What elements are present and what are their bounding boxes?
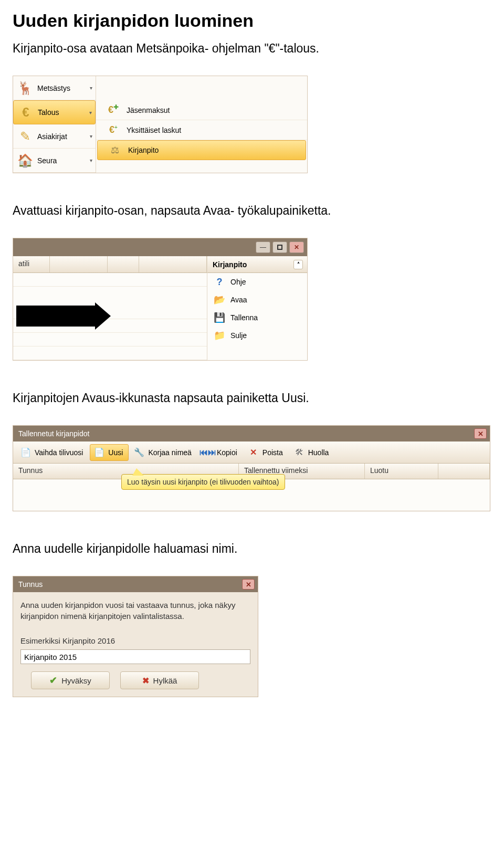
close-folder-icon: 📁 xyxy=(213,329,226,342)
screenshot-tunnus-dialog: Tunnus ✕ Anna uuden kirjanpidon vuosi ta… xyxy=(13,576,258,697)
dialog-example-text: Esimerkiksi Kirjanpito 2016 xyxy=(20,636,250,645)
euro-plus-icon: €+ xyxy=(104,123,122,137)
column-header: atili xyxy=(13,256,50,272)
submenu-item-kirjanpito[interactable]: ⚖ Kirjanpito xyxy=(97,140,306,160)
help-icon: ? xyxy=(213,275,226,289)
copy-icon: ⏮⏭ xyxy=(202,447,214,458)
nav-item-label: Talous xyxy=(38,108,89,117)
screenshot-tallennetut-kirjanpidot: Tallennetut kirjanpidot ✕ 📄 Vaihda tiliv… xyxy=(13,425,490,511)
side-panel-title: Kirjanpito xyxy=(213,260,247,269)
home-icon: 🏠 xyxy=(16,152,34,170)
screenshot-kirjanpito-panel: — ✕ atili Kirjanpito ˄ xyxy=(13,238,308,361)
panel-item-label: Sulje xyxy=(230,331,247,340)
nav-item-label: Asiakirjat xyxy=(37,132,90,141)
tunnus-input[interactable] xyxy=(20,649,250,664)
intro-paragraph-3: Kirjanpitojen Avaus-ikkunasta napsauta p… xyxy=(13,390,491,406)
moose-icon: 🦌 xyxy=(16,79,34,97)
table-header-row: atili xyxy=(13,256,207,273)
dialog-toolbar: 📄 Vaihda tilivuosi 📄 Uusi 🔧 Korjaa nimeä… xyxy=(13,441,490,464)
toolbar-btn-poista[interactable]: ✕ Poista xyxy=(244,444,289,461)
dialog-title: Tallennetut kirjanpidot xyxy=(18,429,89,438)
pencil-icon: ✎ xyxy=(16,128,34,145)
side-panel-header[interactable]: Kirjanpito ˄ xyxy=(207,256,307,273)
toolbar-btn-huolla[interactable]: 🛠 Huolla xyxy=(290,444,335,461)
close-button[interactable]: ✕ xyxy=(474,428,487,439)
chevron-down-icon: ▾ xyxy=(90,157,92,163)
intro-paragraph-2: Avattuasi kirjanpito-osan, napsauta Avaa… xyxy=(13,203,491,219)
column-header-luotu[interactable]: Luotu xyxy=(365,464,438,479)
page-heading: Uuden kirjanpidon luominen xyxy=(13,10,491,31)
toolbar-btn-label: Uusi xyxy=(108,448,123,457)
dialog-title: Tunnus xyxy=(18,580,43,588)
intro-paragraph-4: Anna uudelle kirjanpidolle haluamasi nim… xyxy=(13,541,491,557)
chevron-down-icon: ▾ xyxy=(89,110,92,115)
tooltip-uusi: Luo täysin uusi kirjanpito (ei tilivuode… xyxy=(121,474,285,490)
dialog-titlebar: Tallennetut kirjanpidot ✕ xyxy=(13,426,490,441)
accept-button[interactable]: ✔ Hyväksy xyxy=(31,671,110,689)
delete-icon: ✕ xyxy=(248,447,259,458)
submenu-label: Jäsenmaksut xyxy=(127,106,170,114)
open-folder-icon: 📂 xyxy=(213,293,226,307)
collapse-icon[interactable]: ˄ xyxy=(293,260,303,269)
check-icon: ✔ xyxy=(49,675,57,686)
submenu-item-jasenmaksut[interactable]: €✚ Jäsenmaksut xyxy=(96,100,307,120)
toolbar-btn-label: Poista xyxy=(262,448,283,457)
toolbar-btn-label: Korjaa nimeä xyxy=(148,448,192,457)
panel-item-label: Ohje xyxy=(230,278,246,286)
submenu-item-yksittaiset[interactable]: €+ Yksittäiset laskut xyxy=(96,120,307,140)
nav-item-seura[interactable]: 🏠 Seura ▾ xyxy=(13,149,96,173)
euro-plus-icon: €✚ xyxy=(104,103,122,117)
panel-item-tallenna[interactable]: 💾 Tallenna xyxy=(207,309,307,327)
euro-icon: € xyxy=(17,103,35,121)
nav-item-label: Seura xyxy=(37,156,90,165)
toolbar-btn-kopioi[interactable]: ⏮⏭ Kopioi xyxy=(198,444,243,461)
maximize-button[interactable] xyxy=(272,241,287,253)
nav-item-metsastys[interactable]: 🦌 Metsästys ▾ xyxy=(13,76,96,100)
screenshot-talous-menu: 🦌 Metsästys ▾ € Talous ▾ ✎ Asiakirjat ▾ … xyxy=(13,76,308,173)
close-button[interactable]: ✕ xyxy=(289,241,304,253)
close-button[interactable]: ✕ xyxy=(242,579,255,590)
nav-item-asiakirjat[interactable]: ✎ Asiakirjat ▾ xyxy=(13,124,96,149)
toolbar-btn-label: Huolla xyxy=(308,448,329,457)
submenu-label: Kirjanpito xyxy=(128,146,159,154)
toolbar-btn-label: Kopioi xyxy=(217,448,237,457)
panel-item-label: Tallenna xyxy=(230,313,258,322)
accept-button-label: Hyväksy xyxy=(61,676,91,685)
pointer-arrow-icon xyxy=(16,306,97,327)
nav-item-label: Metsästys xyxy=(37,84,90,92)
cross-icon: ✖ xyxy=(142,676,149,686)
panel-item-ohje[interactable]: ? Ohje xyxy=(207,273,307,291)
toolbar-btn-korjaa-nimea[interactable]: 🔧 Korjaa nimeä xyxy=(130,444,197,461)
panel-item-sulje[interactable]: 📁 Sulje xyxy=(207,327,307,344)
new-document-icon: 📄 xyxy=(93,447,105,458)
window-titlebar: — ✕ xyxy=(13,238,307,256)
document-swap-icon: 📄 xyxy=(20,447,32,458)
chevron-down-icon: ▾ xyxy=(90,133,92,139)
save-icon: 💾 xyxy=(213,311,226,324)
reject-button-label: Hylkää xyxy=(153,676,177,685)
reject-button[interactable]: ✖ Hylkää xyxy=(120,671,199,689)
dialog-titlebar: Tunnus ✕ xyxy=(13,576,258,592)
minimize-button[interactable]: — xyxy=(256,241,270,253)
toolbar-btn-label: Vaihda tilivuosi xyxy=(35,448,83,457)
wrench-icon: 🔧 xyxy=(133,447,145,458)
scales-icon: ⚖ xyxy=(106,143,124,157)
toolbar-btn-vaihda-tilivuosi[interactable]: 📄 Vaihda tilivuosi xyxy=(16,444,89,461)
chevron-down-icon: ▾ xyxy=(90,85,92,91)
tools-icon: 🛠 xyxy=(293,447,305,458)
intro-paragraph-1: Kirjanpito-osa avataan Metsänpoika- ohje… xyxy=(13,40,491,57)
nav-item-talous[interactable]: € Talous ▾ xyxy=(13,100,96,124)
panel-item-label: Avaa xyxy=(230,296,247,304)
dialog-description: Anna uuden kirjanpidon vuosi tai vastaav… xyxy=(20,600,250,622)
toolbar-btn-uusi[interactable]: 📄 Uusi xyxy=(90,444,129,461)
submenu-label: Yksittäiset laskut xyxy=(127,126,181,134)
panel-item-avaa[interactable]: 📂 Avaa xyxy=(207,291,307,309)
